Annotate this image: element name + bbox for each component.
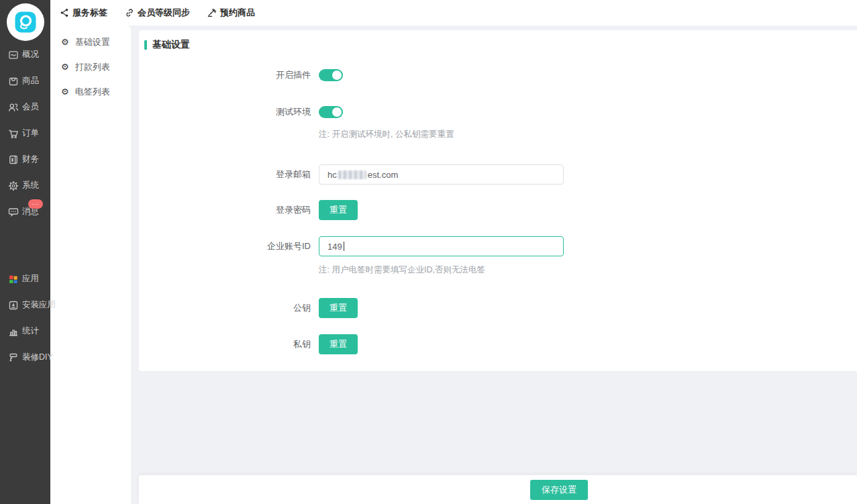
form-row-private-key: 私钥 重置 xyxy=(139,334,857,354)
tab-label: 预约商品 xyxy=(220,7,255,19)
email-value-suffix: est.com xyxy=(368,170,399,180)
background-spacer xyxy=(139,371,857,475)
reset-password-button[interactable]: 重置 xyxy=(319,200,358,220)
sidebar-item-label: 系统 xyxy=(22,180,39,191)
tab-reserved-goods[interactable]: 预约商品 xyxy=(207,7,255,19)
app-logo[interactable] xyxy=(6,3,45,42)
field-label: 企业账号ID xyxy=(139,236,319,256)
redacted-text xyxy=(338,170,366,179)
title-accent-bar xyxy=(144,40,147,50)
sidebar-item-messages[interactable]: 消息 ... xyxy=(0,199,50,225)
nav-group-divider xyxy=(0,225,50,266)
gear-icon: ⚙ xyxy=(61,62,69,71)
panel-header: 基础设置 xyxy=(139,30,857,50)
sidebar-item-label: 商品 xyxy=(22,75,39,87)
subsidebar-item-basic-settings[interactable]: ⚙ 基础设置 xyxy=(50,30,131,54)
sidebar-item-stats[interactable]: 统计 xyxy=(0,318,50,344)
overview-icon xyxy=(8,50,19,60)
field-label: 登录邮箱 xyxy=(139,164,319,185)
sidebar-item-label: 装修DIY xyxy=(22,352,53,363)
content-body: ⚙ 基础设置 ⚙ 打款列表 ⚙ 电签列表 基础设置 开启 xyxy=(50,26,857,504)
field-note: 注: 用户电签时需要填写企业ID,否则无法电签 xyxy=(319,265,564,275)
primary-sidebar: 概况 商品 会员 xyxy=(0,0,50,504)
form-row-public-key: 公钥 重置 xyxy=(139,298,857,318)
field-note: 注: 开启测试环境时, 公私钥需要重置 xyxy=(319,130,454,140)
field-label: 私钥 xyxy=(139,334,319,354)
primary-nav: 概况 商品 会员 xyxy=(0,42,50,370)
settings-panel: 基础设置 开启插件 测试环境 注: 开启测试环境时, 公私钥需要重置 xyxy=(139,30,857,371)
company-id-input[interactable]: 149 xyxy=(319,236,564,256)
tab-member-level-sync[interactable]: 会员等级同步 xyxy=(125,7,190,19)
sidebar-item-goods[interactable]: 商品 xyxy=(0,68,50,94)
share-icon xyxy=(60,8,69,17)
sidebar-item-members[interactable]: 会员 xyxy=(0,94,50,120)
sidebar-item-install-apps[interactable]: 安装应用 xyxy=(0,292,50,318)
footer-bar: 保存设置 xyxy=(139,475,857,504)
sidebar-item-label: 财务 xyxy=(22,154,39,165)
sidebar-item-label: 应用 xyxy=(22,273,39,285)
sidebar-item-decorate-diy[interactable]: 装修DIY xyxy=(0,344,50,370)
sidebar-item-finance[interactable]: 财务 xyxy=(0,146,50,172)
form-row-password: 登录密码 重置 xyxy=(139,200,857,220)
field-label: 开启插件 xyxy=(139,69,319,81)
messages-icon xyxy=(8,207,19,217)
sidebar-item-apps[interactable]: 应用 xyxy=(0,266,50,292)
apps-icon xyxy=(8,274,19,285)
subsidebar-item-label: 基础设置 xyxy=(75,36,110,48)
email-value-prefix: hc xyxy=(327,170,337,180)
plugin-toggle[interactable] xyxy=(319,69,343,81)
sidebar-item-overview[interactable]: 概况 xyxy=(0,42,50,68)
gavel-icon xyxy=(207,8,217,17)
unread-badge: ... xyxy=(28,199,43,209)
subsidebar-item-esign-list[interactable]: ⚙ 电签列表 xyxy=(50,79,131,104)
subsidebar-item-label: 电签列表 xyxy=(75,86,110,98)
sidebar-item-label: 订单 xyxy=(22,128,39,139)
finance-icon xyxy=(8,154,19,165)
decorate-diy-icon xyxy=(8,352,19,363)
form-row-plugin-toggle: 开启插件 xyxy=(139,69,857,81)
sidebar-item-label: 安装应用 xyxy=(22,299,56,311)
sidebar-item-orders[interactable]: 订单 xyxy=(0,120,50,146)
tab-label: 服务标签 xyxy=(72,7,107,19)
text-caret xyxy=(344,242,344,251)
field-label: 公钥 xyxy=(139,298,319,318)
field-label: 测试环境 xyxy=(139,106,319,118)
tab-label: 会员等级同步 xyxy=(138,7,190,19)
login-email-input[interactable]: hc est.com xyxy=(319,164,564,185)
main-area: 服务标签 会员等级同步 预约商品 ⚙ xyxy=(50,0,857,504)
subsidebar-item-label: 打款列表 xyxy=(75,61,110,73)
stats-icon xyxy=(8,326,19,337)
reset-public-key-button[interactable]: 重置 xyxy=(319,298,358,318)
form-row-email: 登录邮箱 hc est.com xyxy=(139,164,857,185)
content-column: 基础设置 开启插件 测试环境 注: 开启测试环境时, 公私钥需要重置 xyxy=(131,26,857,504)
sidebar-item-system[interactable]: 系统 xyxy=(0,172,50,199)
form-row-test-env-toggle: 测试环境 注: 开启测试环境时, 公私钥需要重置 xyxy=(139,106,857,140)
orders-icon xyxy=(8,128,19,139)
field-label: 登录密码 xyxy=(139,200,319,220)
goods-icon xyxy=(8,76,19,87)
install-apps-icon xyxy=(8,300,19,311)
page-title: 基础设置 xyxy=(152,39,190,51)
reset-private-key-button[interactable]: 重置 xyxy=(319,334,358,354)
settings-form: 开启插件 测试环境 注: 开启测试环境时, 公私钥需要重置 登录邮箱 xyxy=(139,50,857,354)
gear-icon: ⚙ xyxy=(61,38,69,46)
save-settings-button[interactable]: 保存设置 xyxy=(530,480,588,500)
sidebar-item-label: 概况 xyxy=(22,49,39,60)
members-icon xyxy=(8,102,19,113)
link-icon xyxy=(125,8,134,17)
system-icon xyxy=(8,181,19,191)
tab-service-tags[interactable]: 服务标签 xyxy=(60,7,107,19)
subsidebar-item-payment-list[interactable]: ⚙ 打款列表 xyxy=(50,54,131,79)
sidebar-item-label: 统计 xyxy=(22,325,39,337)
test-env-toggle[interactable] xyxy=(319,106,343,118)
company-id-value: 149 xyxy=(327,242,342,252)
gear-icon: ⚙ xyxy=(61,87,69,96)
form-row-company-id: 企业账号ID 149 注: 用户电签时需要填写企业ID,否则无法电签 xyxy=(139,236,857,275)
secondary-sidebar: ⚙ 基础设置 ⚙ 打款列表 ⚙ 电签列表 xyxy=(50,26,131,504)
sidebar-item-label: 会员 xyxy=(22,101,39,113)
topbar: 服务标签 会员等级同步 预约商品 xyxy=(50,0,857,26)
